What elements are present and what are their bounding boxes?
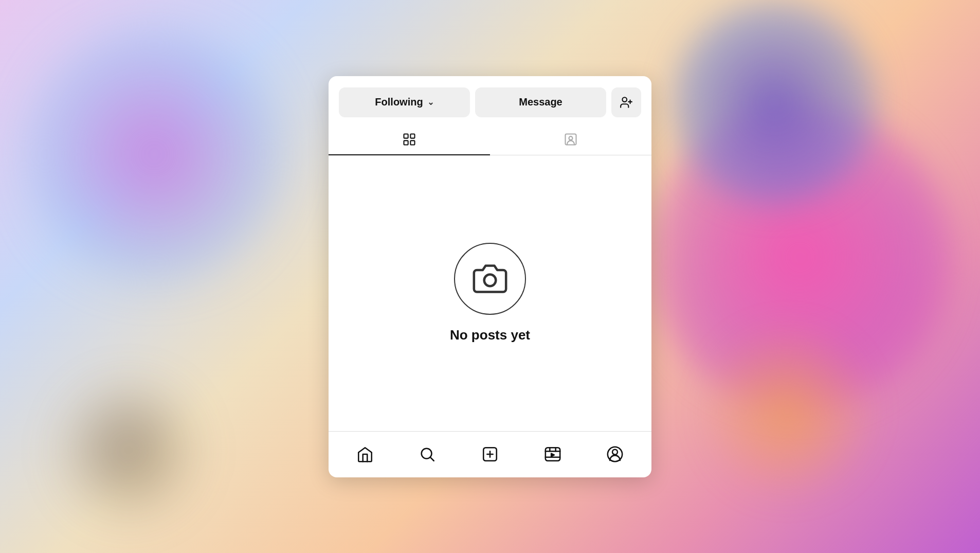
- svg-point-8: [569, 136, 573, 140]
- svg-rect-6: [410, 140, 414, 145]
- tab-bar: [329, 124, 651, 155]
- bg-blob-4: [697, 322, 877, 502]
- create-icon: [481, 445, 499, 463]
- home-icon: [356, 445, 374, 463]
- svg-rect-4: [410, 134, 414, 138]
- add-friend-button[interactable]: [611, 87, 641, 117]
- nav-profile[interactable]: [598, 438, 631, 471]
- svg-line-11: [431, 458, 434, 461]
- tab-grid[interactable]: [329, 124, 490, 155]
- search-icon: [419, 445, 436, 463]
- svg-point-22: [612, 450, 618, 455]
- bottom-nav: [329, 431, 651, 477]
- message-button[interactable]: Message: [475, 87, 606, 117]
- camera-circle: [454, 243, 526, 315]
- svg-point-0: [622, 97, 627, 102]
- nav-create[interactable]: [474, 438, 506, 471]
- phone-card: Following ⌄ Message: [329, 76, 651, 477]
- bg-blob-3: [672, 0, 877, 206]
- reels-icon: [544, 445, 561, 463]
- svg-point-9: [484, 275, 496, 287]
- content-area: No posts yet: [329, 155, 651, 431]
- bg-blob-5: [51, 373, 206, 527]
- svg-rect-5: [404, 140, 408, 145]
- svg-point-10: [422, 449, 432, 459]
- camera-icon: [473, 261, 507, 296]
- tab-tagged[interactable]: [490, 124, 651, 155]
- tagged-icon: [564, 132, 578, 147]
- add-friend-icon: [620, 96, 633, 109]
- following-label: Following: [375, 96, 423, 108]
- chevron-down-icon: ⌄: [427, 97, 434, 107]
- following-button[interactable]: Following ⌄: [339, 87, 470, 117]
- svg-rect-3: [404, 134, 408, 138]
- action-buttons-row: Following ⌄ Message: [329, 76, 651, 124]
- no-posts-text: No posts yet: [450, 327, 530, 343]
- nav-search[interactable]: [411, 438, 444, 471]
- profile-icon: [606, 445, 624, 463]
- nav-reels[interactable]: [536, 438, 569, 471]
- grid-icon: [402, 132, 416, 147]
- svg-marker-20: [551, 454, 554, 457]
- message-label: Message: [519, 96, 562, 108]
- bg-blob-1: [26, 26, 283, 283]
- nav-home[interactable]: [349, 438, 382, 471]
